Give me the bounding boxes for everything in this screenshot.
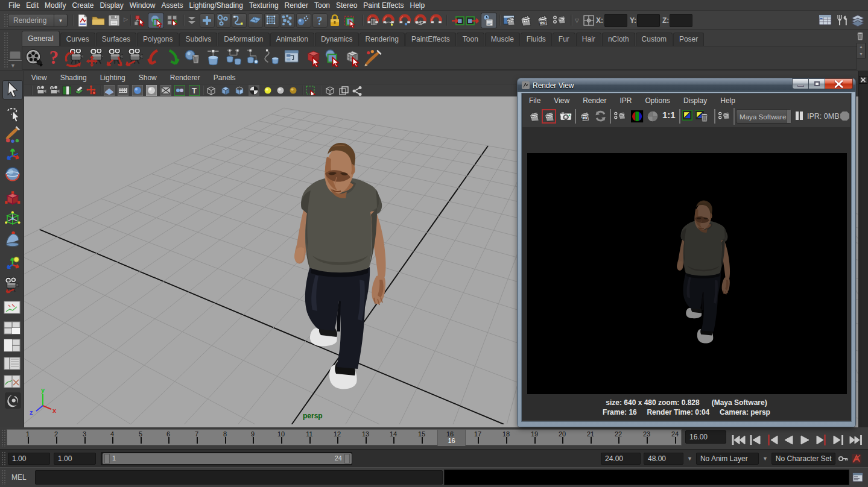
svg-text:persp: persp — [303, 412, 323, 420]
svg-text:x: x — [52, 407, 57, 414]
svg-text:z: z — [30, 409, 33, 416]
svg-text:?: ? — [317, 15, 323, 27]
svg-text:y: y — [41, 386, 45, 394]
